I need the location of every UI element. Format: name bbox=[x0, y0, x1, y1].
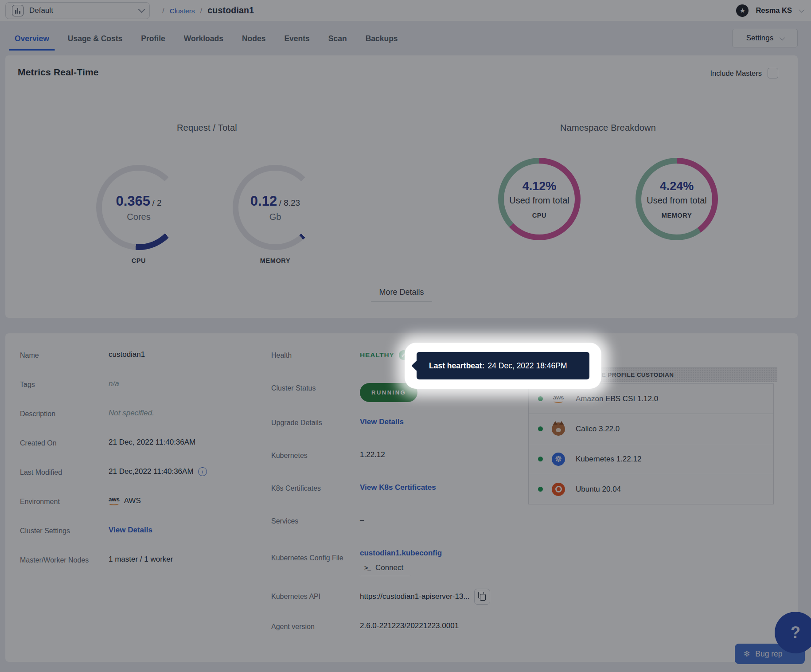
tooltip-text: 24 Dec, 2022 18:46PM bbox=[487, 361, 567, 371]
tooltip-bold-text: Last heartbeat: bbox=[429, 361, 484, 371]
tooltip-spotlight: Last heartbeat: 24 Dec, 2022 18:46PM bbox=[405, 343, 601, 389]
dim-overlay bbox=[0, 0, 811, 672]
last-heartbeat-tooltip: Last heartbeat: 24 Dec, 2022 18:46PM bbox=[417, 352, 589, 379]
